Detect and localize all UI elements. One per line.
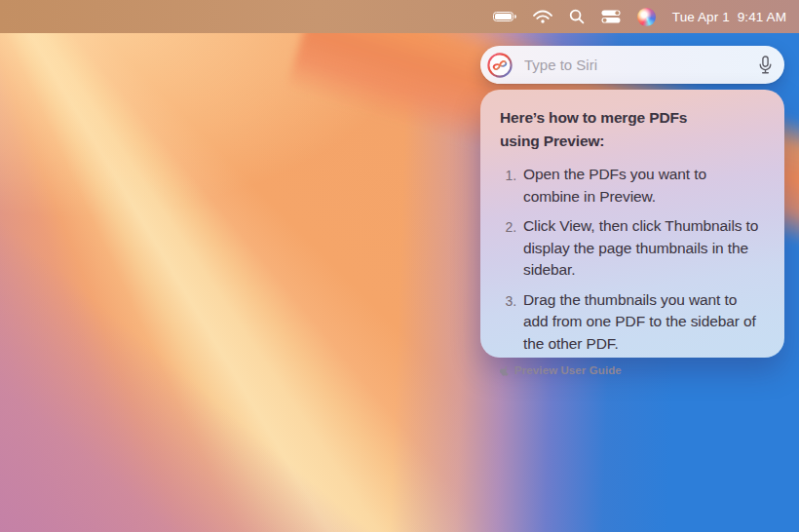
step-number: 1. (500, 164, 516, 208)
menu-bar: Tue Apr 1 9:41 AM (0, 0, 799, 33)
siri-orb-icon (487, 53, 513, 78)
menu-bar-date: Tue Apr 1 (672, 10, 730, 24)
menu-bar-time: 9:41 AM (738, 10, 786, 24)
siri-menu-icon[interactable] (637, 8, 656, 26)
step-text: Open the PDFs you want tocombine in Prev… (523, 164, 706, 208)
wifi-icon[interactable] (533, 10, 552, 24)
search-icon[interactable] (569, 9, 585, 24)
siri-response-card: Here’s how to merge PDFsusing Preview: 1… (480, 90, 784, 358)
step-text: Drag the thumbnails you want toadd from … (523, 289, 756, 356)
step-number: 3. (500, 289, 516, 356)
siri-input-bar[interactable] (480, 46, 784, 84)
preview-user-guide-link[interactable]: Preview User Guide (500, 364, 769, 376)
control-center-icon[interactable] (601, 10, 621, 23)
step-number: 2. (500, 215, 516, 282)
source-label: Preview User Guide (514, 364, 622, 376)
menu-bar-clock[interactable]: Tue Apr 1 9:41 AM (672, 10, 786, 24)
battery-icon[interactable] (493, 12, 516, 22)
apple-logo-icon (500, 364, 510, 376)
step-item: 1. Open the PDFs you want tocombine in P… (500, 164, 769, 208)
steps-list: 1. Open the PDFs you want tocombine in P… (500, 164, 769, 355)
siri-text-input[interactable] (522, 56, 758, 74)
step-item: 2. Click View, then click Thumbnails tod… (500, 215, 769, 282)
card-heading: Here’s how to merge PDFsusing Preview: (500, 106, 769, 153)
step-text: Click View, then click Thumbnails todisp… (523, 215, 758, 282)
step-item: 3. Drag the thumbnails you want toadd fr… (500, 289, 769, 356)
microphone-icon[interactable] (758, 56, 773, 75)
